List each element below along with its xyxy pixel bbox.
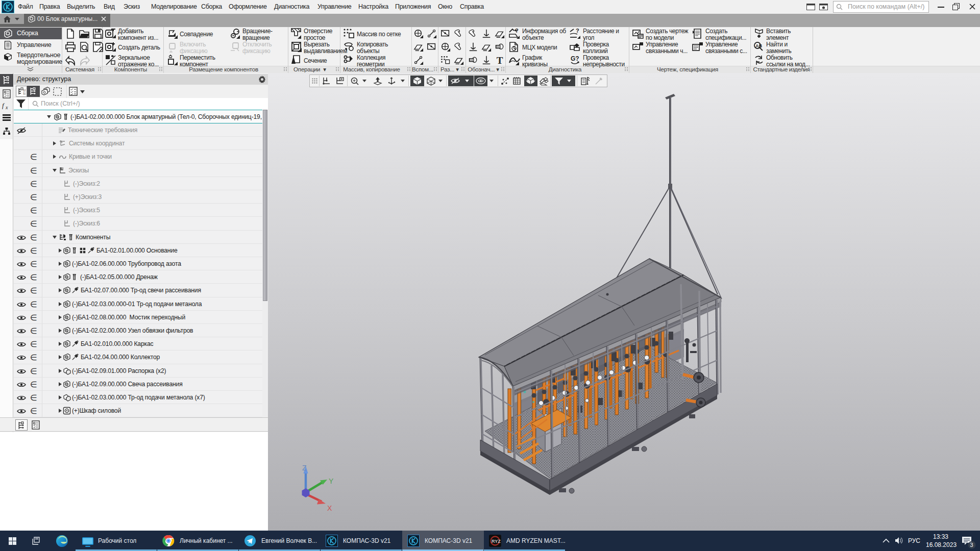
svg-text:RYZ: RYZ	[492, 539, 501, 544]
svg-text:3: 3	[970, 542, 973, 548]
svg-text:X: X	[327, 504, 332, 512]
svg-text:Y: Y	[329, 477, 334, 485]
svg-text:Z: Z	[302, 464, 307, 472]
svg-text:12: 12	[23, 92, 26, 95]
svg-text:x: x	[5, 105, 8, 110]
svg-text:f: f	[2, 102, 5, 109]
